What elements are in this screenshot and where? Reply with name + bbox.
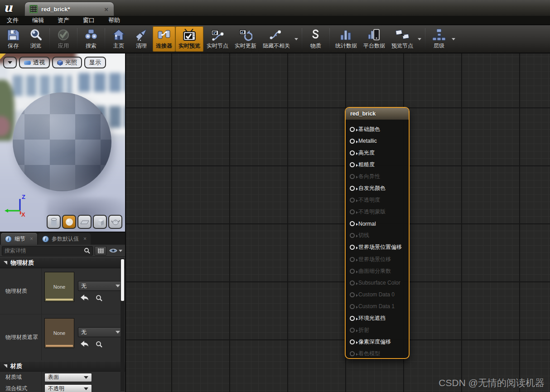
close-icon[interactable]: × — [83, 236, 87, 242]
asset-tab-red-brick[interactable]: red_brick* × — [24, 2, 114, 16]
pin-tangent[interactable]: 切线 — [346, 230, 409, 242]
pin-opacity[interactable]: 不透明度 — [346, 194, 409, 206]
pin-base-color[interactable]: 基础颜色 — [346, 123, 409, 135]
property-label: 混合模式 — [0, 383, 42, 392]
pin-circle-icon — [350, 269, 355, 274]
pin-metallic[interactable]: Metallic — [346, 135, 409, 147]
chevron-down-icon — [452, 38, 455, 40]
material-result-node[interactable]: red_brick 基础颜色 Metallic 高光度 粗糙度 各向异性 自发光… — [345, 107, 410, 359]
apply-button[interactable]: 应用 — [52, 26, 75, 52]
unreal-logo-icon: u — [4, 0, 13, 15]
pin-opacity-mask[interactable]: 不透明蒙版 — [346, 206, 409, 218]
menu-window[interactable]: 窗口 — [76, 16, 101, 24]
use-selected-icon[interactable] — [81, 341, 88, 347]
asset-select-dropdown[interactable]: 无 — [78, 281, 123, 291]
property-label: 材质域 — [0, 372, 42, 383]
hierarchy-button[interactable]: 层级 — [428, 26, 450, 52]
details-search-input[interactable] — [5, 247, 84, 254]
connectors-button[interactable]: 连接器 — [153, 26, 175, 52]
menu-file[interactable]: 文件 — [0, 16, 25, 24]
lit-mode-button[interactable]: 光照 — [52, 57, 82, 68]
clean-button[interactable]: 清理 — [130, 26, 153, 52]
shape-plane-button[interactable] — [77, 215, 92, 229]
stats-button[interactable]: 统计数据 — [332, 26, 360, 52]
preview-viewport[interactable]: 透视 光照 显示 Z X — [0, 53, 125, 232]
blend-mode-dropdown[interactable]: 不透明 — [44, 384, 92, 392]
find-button[interactable]: 搜索 — [80, 26, 102, 52]
pin-custom-data-1[interactable]: Custom Data 1 — [346, 300, 409, 312]
shape-sphere-button[interactable] — [62, 215, 76, 229]
hierarchy-dropdown[interactable] — [450, 26, 457, 52]
chevron-down-icon — [418, 38, 421, 40]
tab-close-icon[interactable]: × — [103, 5, 109, 13]
curve-dots-icon — [269, 28, 284, 42]
save-button[interactable]: 保存 — [2, 26, 24, 52]
hide-unrelated-dropdown[interactable] — [293, 26, 299, 52]
pin-tessellation-multiplier[interactable]: 曲面细分乘数 — [346, 265, 409, 277]
pin-emissive-color[interactable]: 自发光颜色 — [346, 182, 409, 194]
pin-shading-model[interactable]: 着色模型 — [346, 348, 409, 360]
asset-thumbnail[interactable]: None — [44, 318, 74, 348]
pin-roughness[interactable]: 粗糙度 — [346, 159, 409, 170]
pin-circle-icon — [350, 245, 355, 250]
pin-refraction[interactable]: 折射 — [346, 324, 409, 336]
shape-teapot-button[interactable] — [108, 215, 122, 229]
section-physical-material[interactable]: 物理材质 — [0, 257, 125, 268]
material-domain-dropdown[interactable]: 表面 — [44, 373, 92, 382]
asset-select-dropdown[interactable]: 无 — [78, 327, 123, 337]
substance-button[interactable]: 物质 — [304, 26, 327, 52]
material-graph-canvas[interactable]: red_brick 基础颜色 Metallic 高光度 粗糙度 各向异性 自发光… — [126, 53, 550, 392]
tab-details[interactable]: i 细节 × — [1, 233, 37, 245]
details-search-box[interactable] — [2, 246, 93, 256]
shape-cylinder-button[interactable] — [47, 215, 61, 229]
chevron-down-icon — [116, 331, 120, 334]
section-material[interactable]: 材质 — [0, 361, 125, 372]
pin-subsurface-color[interactable]: Subsurface Color — [346, 277, 409, 289]
pin-ambient-occlusion[interactable]: 环境光遮挡 — [346, 313, 409, 324]
pin-normal[interactable]: Normal — [346, 218, 409, 230]
chevron-down-icon — [8, 61, 12, 64]
asset-thumbnail[interactable]: None — [44, 272, 74, 302]
viewport-options-button[interactable] — [3, 57, 17, 68]
preview-nodes-button[interactable]: 预览节点 — [388, 26, 416, 52]
preview-nodes-dropdown[interactable] — [416, 26, 423, 52]
hide-unrelated-button[interactable]: 隐藏不相关 — [260, 26, 293, 52]
pin-world-displacement[interactable]: 世界场景位移 — [346, 253, 409, 265]
details-search-row — [0, 245, 125, 257]
property-matrix-button[interactable] — [95, 246, 106, 256]
node-header[interactable]: red_brick — [346, 108, 409, 120]
material-preview-sphere[interactable] — [13, 92, 111, 191]
pin-pixel-depth-offset[interactable]: 像素深度偏移 — [346, 336, 409, 348]
menu-asset[interactable]: 资产 — [51, 16, 76, 24]
scrollbar-thumb[interactable] — [121, 259, 124, 301]
live-preview-button[interactable]: 实时预览 — [175, 26, 203, 52]
node-pin-list: 基础颜色 Metallic 高光度 粗糙度 各向异性 自发光颜色 不透明度 不透… — [346, 123, 409, 360]
csdn-watermark: CSDN @无情的阅读机器 — [439, 377, 545, 389]
use-selected-icon[interactable] — [81, 295, 88, 300]
save-icon — [6, 28, 20, 42]
pin-anisotropy[interactable]: 各向异性 — [346, 170, 409, 182]
home-button[interactable]: 主页 — [107, 26, 130, 52]
viewport-toolbar: 透视 光照 显示 — [3, 57, 106, 68]
menu-help[interactable]: 帮助 — [101, 16, 127, 24]
browse-button[interactable]: 浏览 — [24, 26, 47, 52]
live-update-button[interactable]: 实时更新 — [232, 26, 260, 52]
pin-world-position-offset[interactable]: 世界场景位置偏移 — [346, 242, 409, 253]
close-icon[interactable]: × — [30, 236, 33, 242]
search-icon — [84, 247, 90, 254]
details-scrollbar[interactable] — [121, 258, 125, 391]
home-label: 主页 — [113, 42, 124, 50]
perspective-button[interactable]: 透视 — [19, 57, 50, 68]
pin-specular[interactable]: 高光度 — [346, 147, 409, 159]
view-options-button[interactable] — [108, 248, 123, 253]
menu-edit[interactable]: 编辑 — [25, 16, 51, 24]
pin-custom-data-0[interactable]: Custom Data 0 — [346, 289, 409, 300]
tv-check-icon — [182, 28, 197, 42]
platform-stats-button[interactable]: 平台数据 — [360, 26, 388, 52]
browse-to-asset-icon[interactable] — [96, 341, 102, 348]
browse-to-asset-icon[interactable] — [96, 295, 102, 301]
tab-parameter-defaults[interactable]: i 参数默认值 × — [38, 233, 91, 245]
live-nodes-button[interactable]: 实时节点 — [203, 26, 232, 52]
show-menu-button[interactable]: 显示 — [84, 57, 106, 68]
shape-cube-button[interactable] — [93, 215, 107, 229]
